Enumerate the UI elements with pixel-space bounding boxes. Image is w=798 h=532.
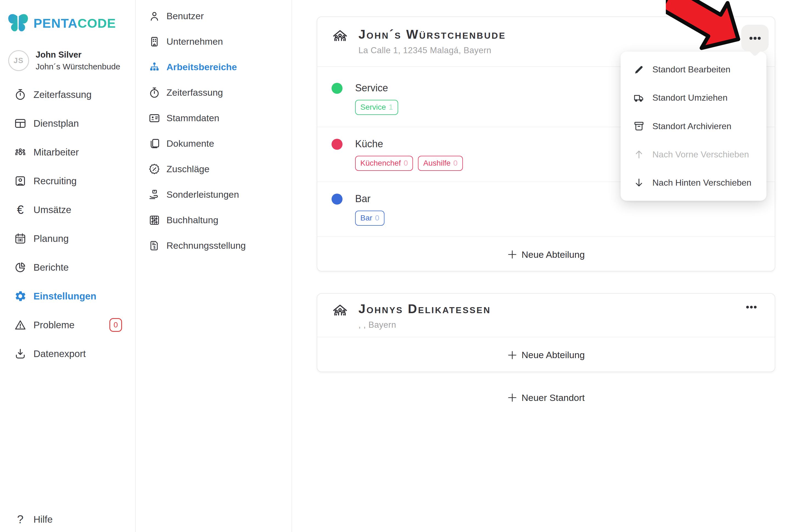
settings-item-label: Buchhaltung <box>167 215 218 225</box>
settings-item-dokumente[interactable]: Dokumente <box>136 131 291 156</box>
settings-item-rechnungsstellung[interactable]: $ Rechnungsstellung <box>136 233 291 258</box>
settings-item-sonderleistungen[interactable]: Sonderleistungen <box>136 182 291 207</box>
department-name: Küche <box>355 138 463 150</box>
menu-item-label: Standort Archivieren <box>652 121 732 131</box>
settings-item-unternehmen[interactable]: Unternehmen <box>136 29 291 54</box>
sidebar-item-label: Dienstplan <box>34 118 79 129</box>
avatar: JS <box>8 50 29 71</box>
location-menu-button[interactable] <box>741 25 769 52</box>
sidebar-item-einstellungen[interactable]: Einstellungen <box>0 282 135 310</box>
gear-icon <box>14 290 27 303</box>
location-house-icon <box>331 28 348 45</box>
menu-item-standort-bearbeiten[interactable]: Standort Bearbeiten <box>621 55 766 84</box>
sidebar-item-datenexport[interactable]: Datenexport <box>0 339 135 368</box>
ellipsis-icon <box>746 306 757 308</box>
arrow-up-icon <box>633 149 645 160</box>
ellipsis-icon <box>749 37 761 40</box>
settings-item-label: Zuschläge <box>167 164 210 174</box>
location-address: , , Bayern <box>358 320 491 330</box>
settings-item-benutzer[interactable]: Benutzer <box>136 3 291 29</box>
location-menu-button[interactable] <box>742 302 760 312</box>
sidebar-item-planung[interactable]: Planung <box>0 224 135 253</box>
sidebar-item-label: Recruiting <box>34 175 77 187</box>
plus-icon <box>507 350 517 360</box>
help-button[interactable]: ? Hilfe <box>14 513 53 526</box>
people-icon <box>14 146 27 159</box>
sidebar-item-label: Mitarbeiter <box>34 147 79 158</box>
location-card-johnys-delikatessen: Johnys Delikatessen , , Bayern Neue Abte… <box>317 293 775 372</box>
department-name: Service <box>355 82 398 94</box>
location-header: Johnys Delikatessen , , Bayern <box>317 294 775 337</box>
settings-item-label: Arbeitsbereiche <box>167 62 237 72</box>
add-department-button[interactable]: Neue Abteilung <box>317 236 775 272</box>
settings-item-arbeitsbereiche[interactable]: Arbeitsbereiche <box>136 54 291 80</box>
settings-nav: Benutzer Unternehmen <box>136 3 291 258</box>
location-address: La Calle 1, 12345 Malagá, Bayern <box>358 45 506 55</box>
location-house-icon <box>331 302 348 320</box>
menu-item-standort-umziehen[interactable]: Standort Umziehen <box>621 84 766 112</box>
sidebar-item-berichte[interactable]: Berichte <box>0 253 135 282</box>
butterfly-logo-icon <box>6 12 30 35</box>
warning-icon <box>14 318 27 331</box>
plus-icon <box>507 393 517 403</box>
location-title: John´s Würstchenbude <box>358 27 506 42</box>
person-icon <box>148 10 160 22</box>
user-name: John Silver <box>36 50 120 60</box>
settings-item-zeiterfassung[interactable]: Zeiterfassung <box>136 80 291 105</box>
add-location-label: Neuer Standort <box>521 393 585 403</box>
sidebar-item-mitarbeiter[interactable]: Mitarbeiter <box>0 138 135 167</box>
sidebar-item-umsaetze[interactable]: € Umsätze <box>0 195 135 224</box>
settings-item-buchhaltung[interactable]: Buchhaltung <box>136 207 291 233</box>
settings-item-stammdaten[interactable]: Stammdaten <box>136 105 291 131</box>
menu-item-standort-archivieren[interactable]: Standort Archivieren <box>621 112 766 140</box>
stopwatch-icon <box>14 88 27 101</box>
id-photo-icon <box>14 174 27 188</box>
percent-badge-icon <box>148 163 160 175</box>
primary-sidebar: PENTACODE JS John Silver John´s Würstche… <box>0 0 136 532</box>
settings-item-label: Dokumente <box>167 138 214 149</box>
settings-item-zuschlaege[interactable]: Zuschläge <box>136 156 291 182</box>
settings-item-label: Stammdaten <box>167 113 220 124</box>
main-nav: Zeiterfassung Dienstplan Mitarbeiter <box>0 80 135 368</box>
settings-item-label: Zeiterfassung <box>167 87 223 98</box>
sidebar-item-zeiterfassung[interactable]: Zeiterfassung <box>0 80 135 109</box>
location-title: Johnys Delikatessen <box>358 301 491 316</box>
sidebar-item-label: Probleme <box>34 320 75 330</box>
sidebar-item-label: Planung <box>34 233 69 244</box>
arrow-down-icon <box>633 177 645 188</box>
role-badge: Küchenchef0 <box>355 156 413 171</box>
sidebar-item-probleme[interactable]: Probleme 0 <box>0 310 135 339</box>
brand-name: PENTACODE <box>34 16 116 31</box>
settings-item-label: Rechnungsstellung <box>167 240 246 251</box>
help-label: Hilfe <box>34 514 53 525</box>
role-badge: Aushilfe0 <box>418 156 463 171</box>
settings-sidebar: Benutzer Unternehmen <box>136 0 292 532</box>
app-logo: PENTACODE <box>6 12 116 35</box>
role-badge: Service1 <box>355 100 398 115</box>
sitemap-icon <box>148 61 160 73</box>
sidebar-item-label: Berichte <box>34 262 69 273</box>
user-company: John´s Würstchenbude <box>36 62 120 71</box>
sidebar-item-recruiting[interactable]: Recruiting <box>0 167 135 195</box>
menu-item-nach-hinten-verschieben[interactable]: Nach Hinten Verschieben <box>621 169 766 197</box>
invoice-icon: $ <box>148 240 160 252</box>
sidebar-item-dienstplan[interactable]: Dienstplan <box>0 109 135 138</box>
menu-item-nach-vorne-verschieben: Nach Vorne Verschieben <box>621 140 766 169</box>
truck-icon <box>633 92 645 104</box>
contact-card-icon <box>148 112 160 124</box>
role-badge: Bar0 <box>355 211 384 226</box>
user-account[interactable]: JS John Silver John´s Würstchenbude <box>8 50 120 71</box>
department-color-dot <box>331 139 343 150</box>
sidebar-item-label: Einstellungen <box>34 291 96 302</box>
add-location-button[interactable]: Neuer Standort <box>317 384 775 411</box>
menu-item-label: Standort Umziehen <box>652 93 727 103</box>
archive-icon <box>633 120 645 132</box>
menu-item-label: Nach Hinten Verschieben <box>652 178 752 188</box>
plus-icon <box>507 250 517 260</box>
stopwatch-icon <box>148 87 160 99</box>
pencil-icon <box>633 64 645 75</box>
settings-item-label: Unternehmen <box>167 36 223 47</box>
add-department-button[interactable]: Neue Abteilung <box>317 337 775 373</box>
building-icon <box>148 36 160 48</box>
calendar-icon <box>14 232 27 245</box>
